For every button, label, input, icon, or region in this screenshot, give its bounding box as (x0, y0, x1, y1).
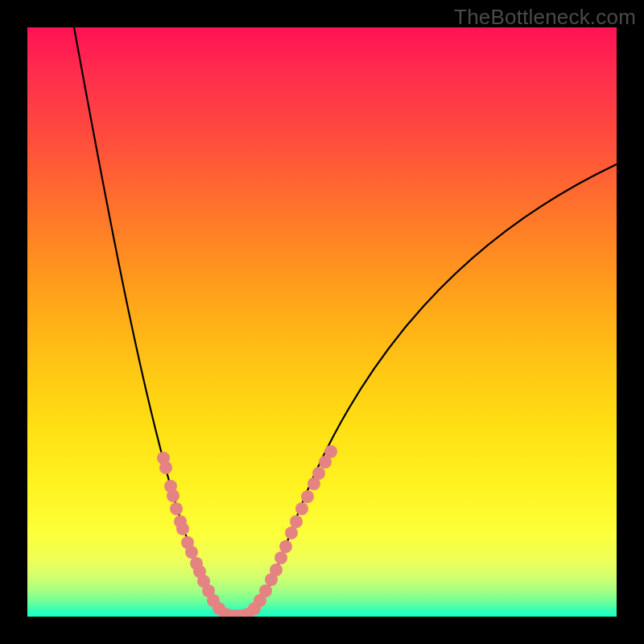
data-point (324, 445, 337, 458)
data-point (301, 490, 314, 503)
data-point (275, 551, 287, 564)
watermark-text: TheBottleneck.com (454, 5, 636, 30)
data-point (185, 546, 198, 559)
data-point (285, 526, 298, 539)
data-point (295, 502, 308, 515)
data-point (290, 515, 303, 528)
data-point (279, 540, 292, 553)
chart-plot-area (27, 27, 617, 617)
data-point (159, 461, 172, 474)
data-point (312, 467, 325, 480)
data-point (259, 584, 272, 597)
data-markers (27, 27, 617, 617)
data-point (167, 489, 180, 502)
data-point (270, 564, 283, 576)
data-point (176, 522, 189, 535)
data-point (170, 502, 183, 515)
